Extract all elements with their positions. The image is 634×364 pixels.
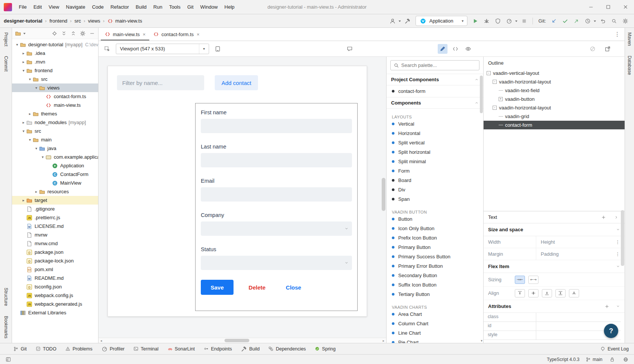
components-header[interactable]: Components xyxy=(387,97,483,109)
build-project-button[interactable] xyxy=(403,16,413,26)
flex-item-header[interactable]: Flex Item xyxy=(484,260,625,273)
tree-item-frontend[interactable]: ▾frontend xyxy=(12,66,98,75)
locate-file-button[interactable] xyxy=(51,30,58,37)
tree-expanded-icon[interactable]: ▾ xyxy=(33,86,39,90)
contact-form-preview[interactable]: First nameLast nameEmailCompanyStatus Sa… xyxy=(195,103,358,311)
tree-item-themes[interactable]: ▸themes xyxy=(12,109,98,118)
tree-item-gitignore[interactable]: .gitignore xyxy=(12,205,98,213)
run-button[interactable] xyxy=(470,16,480,26)
add-property-button[interactable] xyxy=(600,214,607,221)
menu-navigate[interactable]: Navigate xyxy=(63,3,88,11)
align-end-button[interactable] xyxy=(542,289,552,297)
outline-node-vaadin-button[interactable]: +vaadin-button xyxy=(484,95,625,103)
outline-node-vaadin-horizontal-layout[interactable]: -vaadin-horizontal-layout xyxy=(484,103,625,112)
push-button[interactable] xyxy=(572,16,581,26)
tool-window-problems[interactable]: Problems xyxy=(62,345,96,353)
git-branch-widget[interactable]: main xyxy=(585,357,602,362)
tree-collapsed-icon[interactable]: ▸ xyxy=(21,120,26,124)
outline-collapse-icon[interactable]: - xyxy=(493,80,497,84)
tool-stripe-database[interactable]: Database xyxy=(627,56,632,75)
menu-help[interactable]: Help xyxy=(221,3,238,11)
palette-item-split-horizontal[interactable]: Split horizontal xyxy=(387,147,483,157)
close-tab-icon[interactable]: × xyxy=(143,32,146,37)
attribute-value-class[interactable] xyxy=(536,313,621,322)
menu-view[interactable]: View xyxy=(46,3,62,11)
more-options-icon[interactable]: ⋮ xyxy=(615,251,620,257)
palette-item-pie-chart[interactable]: Pie Chart xyxy=(387,338,483,343)
tree-item-src[interactable]: ▾src xyxy=(12,127,98,135)
breadcrumb-main-view-ts[interactable]: main-view.ts xyxy=(107,18,142,24)
size-and-space-header[interactable]: Size and space xyxy=(484,223,625,236)
project-settings-button[interactable] xyxy=(79,30,86,37)
tool-window-sonarlint[interactable]: SonarLint xyxy=(164,345,199,353)
run-configuration-select[interactable]: Application ▾ xyxy=(416,16,467,26)
tree-item-prettierrc-js[interactable]: JS.prettierrc.js xyxy=(12,213,98,222)
company-select[interactable] xyxy=(201,221,352,236)
canvas-horizontal-scrollbar[interactable]: ◂ ▸ xyxy=(99,338,386,343)
property-padding[interactable]: Padding⋮ xyxy=(536,248,625,260)
profiler-button[interactable] xyxy=(504,16,514,26)
tree-item-main-view-ts[interactable]: main-view.ts xyxy=(12,101,98,109)
palette-item-primary-button[interactable]: Primary Button xyxy=(387,243,483,252)
palette-item-vertical[interactable]: Vertical xyxy=(387,119,483,129)
menu-tools[interactable]: Tools xyxy=(166,3,184,11)
tree-item-application[interactable]: Application xyxy=(12,161,98,170)
source-mode-button[interactable] xyxy=(450,44,460,54)
tree-item-pom-xml[interactable]: <>pom.xml xyxy=(12,265,98,274)
property-height[interactable]: Height⋮ xyxy=(536,236,625,248)
tree-item-main[interactable]: ▾main xyxy=(12,135,98,144)
outline-node-vaadin-grid[interactable]: vaadin-grid xyxy=(484,112,625,121)
menu-code[interactable]: Code xyxy=(89,3,107,11)
maximize-button[interactable] xyxy=(599,0,617,14)
close-button[interactable]: Close xyxy=(281,280,306,295)
tree-item-package-json[interactable]: {}package.json xyxy=(12,248,98,256)
status-select[interactable] xyxy=(201,256,352,270)
palette-item-form[interactable]: Form xyxy=(387,166,483,176)
rollback-button[interactable] xyxy=(598,16,608,26)
menu-run[interactable]: Run xyxy=(150,3,165,11)
preview-mode-button[interactable] xyxy=(463,44,473,54)
tree-item-com-example-applica[interactable]: ▾com.example.applica xyxy=(12,153,98,161)
tree-collapsed-icon[interactable]: ▸ xyxy=(21,60,26,64)
outline-expand-icon[interactable]: + xyxy=(499,97,503,101)
menu-edit[interactable]: Edit xyxy=(30,3,45,11)
tree-item-idea[interactable]: ▸.idea xyxy=(12,49,98,58)
menu-git[interactable]: Git xyxy=(184,3,197,11)
project-components-header[interactable]: Project Components xyxy=(387,74,483,85)
email-input[interactable] xyxy=(201,187,352,202)
property-width[interactable]: Width xyxy=(484,236,536,248)
tree-item-designer-tutorial[interactable]: ▾designer-tutorial[myapp]C:\devW xyxy=(12,40,98,49)
breadcrumb-designer-tutorial[interactable]: designer-tutorial xyxy=(4,18,42,24)
tree-expanded-icon[interactable]: ▾ xyxy=(33,146,39,150)
save-button[interactable]: Save xyxy=(201,280,234,295)
tree-item-src[interactable]: ▾src xyxy=(12,75,98,83)
close-tab-icon[interactable]: × xyxy=(197,32,200,37)
palette-item-split-minimal[interactable]: Split minimal xyxy=(387,157,483,166)
tool-window-dependencies[interactable]: Dependencies xyxy=(265,345,309,353)
open-in-browser-button[interactable] xyxy=(603,44,613,54)
menu-build[interactable]: Build xyxy=(133,3,150,11)
palette-item-primary-success-button[interactable]: Primary Success Button xyxy=(387,252,483,261)
tool-window-build[interactable]: Build xyxy=(238,345,263,353)
scroll-left-icon[interactable]: ◂ xyxy=(99,338,104,343)
tree-collapsed-icon[interactable]: ▸ xyxy=(21,198,26,202)
breadcrumb-views[interactable]: views xyxy=(88,18,100,24)
tree-collapsed-icon[interactable]: ▸ xyxy=(21,51,26,55)
device-preview-button[interactable] xyxy=(213,44,223,54)
sizing-shrink-button[interactable]: →← xyxy=(515,276,525,284)
project-view-selector[interactable] xyxy=(14,30,22,37)
palette-item-primary-error-button[interactable]: Primary Error Button xyxy=(387,261,483,271)
tree-item-java[interactable]: ▾java xyxy=(12,144,98,153)
settings-button[interactable] xyxy=(620,16,630,26)
palette-item-area-chart[interactable]: Area Chart xyxy=(387,309,483,319)
palette-item-split-vertical[interactable]: Split vertical xyxy=(387,138,483,147)
tree-expanded-icon[interactable]: ▾ xyxy=(21,129,26,133)
collapse-all-button[interactable] xyxy=(70,30,77,37)
comment-button[interactable] xyxy=(345,44,355,54)
outline-node-vaadin-text-field[interactable]: vaadin-text-field xyxy=(484,86,625,95)
palette-scrollbar[interactable] xyxy=(480,76,483,113)
tree-item-license-md[interactable]: MLICENSE.md xyxy=(12,222,98,231)
tool-window-git[interactable]: Git xyxy=(10,345,30,353)
menu-refactor[interactable]: Refactor xyxy=(108,3,132,11)
stop-button[interactable] xyxy=(519,16,529,26)
